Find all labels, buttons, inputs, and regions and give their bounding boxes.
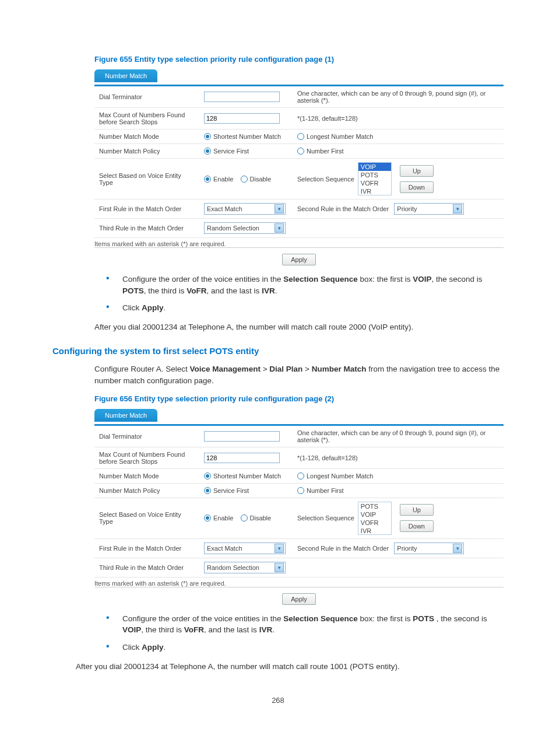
dial-terminator-input[interactable] <box>204 92 280 102</box>
page-number: 268 <box>52 696 504 705</box>
first-rule-label: First Rule in the Match Order <box>94 200 199 219</box>
figure-655-caption: Figure 655 Entity type selection priorit… <box>94 55 504 64</box>
after-text-2: After you dial 20001234 at Telephone A, … <box>76 661 504 673</box>
selection-sequence-listbox[interactable]: VOIP POTS VOFR IVR <box>358 162 392 195</box>
radio-disable-label: Disable <box>250 176 272 183</box>
second-rule-value: Priority <box>397 205 417 212</box>
radio-service-first[interactable] <box>204 487 211 494</box>
chevron-down-icon: ▾ <box>453 204 462 214</box>
radio-enable[interactable] <box>204 514 211 522</box>
seq-opt-pots[interactable]: POTS <box>358 171 391 179</box>
first-rule-value: Exact Match <box>207 205 242 212</box>
voice-entity-label: Select Based on Voice Entity Type <box>94 498 199 538</box>
second-rule-value: Priority <box>397 545 417 552</box>
radio-longest-label: Longest Number Match <box>307 133 373 140</box>
radio-longest[interactable] <box>297 133 304 140</box>
seq-opt-voip[interactable]: VOIP <box>358 163 391 171</box>
radio-longest-label: Longest Number Match <box>307 473 373 480</box>
chevron-down-icon: ▾ <box>275 204 284 214</box>
radio-disable[interactable] <box>241 176 248 183</box>
dial-terminator-hint: One character, which can be any of 0 thr… <box>293 86 504 108</box>
radio-shortest[interactable] <box>204 473 211 480</box>
radio-number-first[interactable] <box>297 148 304 155</box>
selection-sequence-listbox[interactable]: POTS VOIP VOFR IVR <box>358 502 392 535</box>
first-rule-select[interactable]: Exact Match▾ <box>204 203 286 215</box>
second-rule-label: Second Rule in the Match Order <box>297 205 389 212</box>
voice-entity-label: Select Based on Voice Entity Type <box>94 159 199 200</box>
seq-opt-vofr[interactable]: VOFR <box>358 179 391 187</box>
second-rule-label: Second Rule in the Match Order <box>297 545 389 552</box>
radio-number-first[interactable] <box>297 487 304 494</box>
third-rule-value: Random Selection <box>207 564 259 571</box>
dial-terminator-label: Dial Terminator <box>94 86 199 108</box>
after-text-1: After you dial 20001234 at Telephone A, … <box>94 321 504 333</box>
list-item: Click Apply. <box>106 642 504 653</box>
match-policy-label: Number Match Policy <box>94 483 199 498</box>
third-rule-value: Random Selection <box>207 225 259 232</box>
instruction-list-1: Configure the order of the voice entitie… <box>106 274 504 314</box>
dial-terminator-label: Dial Terminator <box>94 426 199 447</box>
third-rule-select[interactable]: Random Selection▾ <box>204 222 286 234</box>
radio-shortest[interactable] <box>204 133 211 140</box>
instruction-list-2: Configure the order of the voice entitie… <box>106 613 504 653</box>
radio-service-first[interactable] <box>204 148 211 155</box>
max-count-hint: *(1-128, default=128) <box>293 108 504 130</box>
up-button[interactable]: Up <box>400 504 434 516</box>
third-rule-label: Third Rule in the Match Order <box>94 219 199 238</box>
seq-opt-ivr[interactable]: IVR <box>358 187 391 195</box>
match-policy-label: Number Match Policy <box>94 144 199 159</box>
radio-shortest-label: Shortest Number Match <box>213 473 281 480</box>
seq-opt-voip[interactable]: VOIP <box>358 510 391 519</box>
up-button[interactable]: Up <box>400 165 434 177</box>
chevron-down-icon: ▾ <box>275 223 284 233</box>
second-rule-select[interactable]: Priority▾ <box>394 542 464 554</box>
required-footnote: Items marked with an asterisk (*) are re… <box>94 240 504 247</box>
max-count-input[interactable] <box>204 453 280 463</box>
radio-enable-label: Enable <box>213 176 233 183</box>
figure-656-panel: Number Match Dial Terminator One charact… <box>94 409 504 606</box>
third-rule-label: Third Rule in the Match Order <box>94 558 199 577</box>
radio-disable-label: Disable <box>250 514 272 522</box>
tab-number-match[interactable]: Number Match <box>94 409 157 422</box>
max-count-label: Max Count of Numbers Found before Search… <box>94 108 199 130</box>
radio-longest[interactable] <box>297 473 304 480</box>
radio-enable[interactable] <box>204 176 211 183</box>
seq-opt-vofr[interactable]: VOFR <box>358 519 391 527</box>
apply-button[interactable]: Apply <box>282 593 316 605</box>
first-rule-value: Exact Match <box>207 545 242 552</box>
list-item: Click Apply. <box>106 302 504 314</box>
radio-enable-label: Enable <box>213 514 233 522</box>
match-mode-label: Number Match Mode <box>94 130 199 144</box>
second-rule-select[interactable]: Priority▾ <box>394 203 464 215</box>
seq-opt-pots[interactable]: POTS <box>358 502 391 510</box>
radio-service-first-label: Service First <box>213 148 249 155</box>
navigation-paragraph: Configure Router A. Select Voice Managem… <box>94 363 504 386</box>
radio-disable[interactable] <box>241 514 248 522</box>
selection-sequence-label: Selection Sequence <box>297 514 354 522</box>
figure-656-caption: Figure 656 Entity type selection priorit… <box>94 394 504 403</box>
figure-655-panel: Number Match Dial Terminator One charact… <box>94 69 504 267</box>
radio-number-first-label: Number First <box>307 148 344 155</box>
radio-number-first-label: Number First <box>307 487 344 494</box>
chevron-down-icon: ▾ <box>275 563 284 572</box>
third-rule-select[interactable]: Random Selection▾ <box>204 562 286 573</box>
match-mode-label: Number Match Mode <box>94 468 199 483</box>
max-count-hint: *(1-128, default=128) <box>293 447 504 468</box>
down-button[interactable]: Down <box>400 181 434 193</box>
apply-button[interactable]: Apply <box>282 254 316 265</box>
seq-opt-ivr[interactable]: IVR <box>358 527 391 535</box>
chevron-down-icon: ▾ <box>453 544 462 553</box>
dial-terminator-input[interactable] <box>204 431 280 442</box>
first-rule-select[interactable]: Exact Match▾ <box>204 542 286 554</box>
tab-number-match[interactable]: Number Match <box>94 69 157 82</box>
chevron-down-icon: ▾ <box>275 544 284 553</box>
section-heading-pots: Configuring the system to first select P… <box>52 346 504 356</box>
required-footnote: Items marked with an asterisk (*) are re… <box>94 580 504 587</box>
max-count-input[interactable] <box>204 113 280 124</box>
max-count-label: Max Count of Numbers Found before Search… <box>94 447 199 468</box>
down-button[interactable]: Down <box>400 520 434 532</box>
list-item: Configure the order of the voice entitie… <box>106 613 504 636</box>
radio-shortest-label: Shortest Number Match <box>213 133 281 140</box>
radio-service-first-label: Service First <box>213 487 249 494</box>
first-rule-label: First Rule in the Match Order <box>94 538 199 558</box>
